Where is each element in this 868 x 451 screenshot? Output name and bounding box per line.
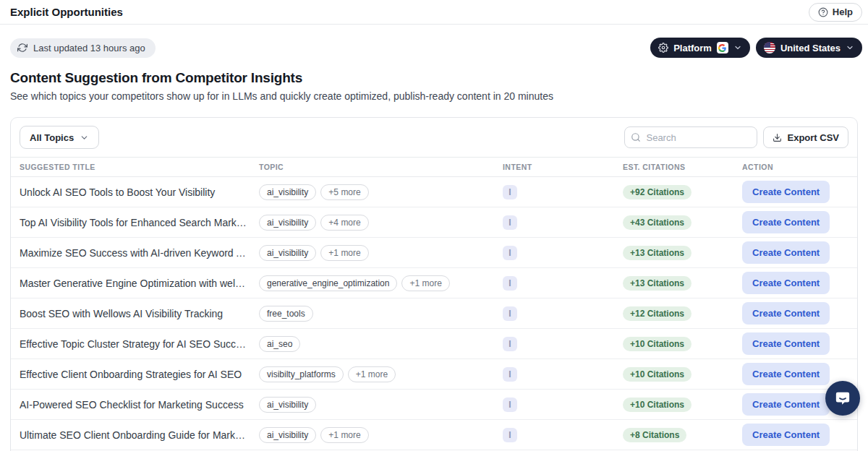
topic-cell: ai_visibility +1 more (259, 427, 503, 443)
column-header-topic: Topic (259, 163, 503, 171)
topic-cell: free_tools (259, 306, 503, 322)
suggested-title: Top AI Visibility Tools for Enhanced Sea… (20, 217, 259, 228)
page-heading: Content Suggestion from Competitor Insig… (10, 70, 858, 102)
citations-badge: +8 Citations (623, 428, 686, 442)
table-row: Top AI Visibility Tools for Enhanced Sea… (11, 207, 857, 238)
suggested-title: AI-Powered SEO Checklist for Marketing S… (20, 399, 259, 411)
top-bar: Explicit Opportunities Help (0, 0, 868, 25)
suggested-title: Master Generative Engine Optimization wi… (20, 278, 259, 289)
create-content-button[interactable]: Create Content (742, 393, 830, 416)
table-row: Maximize SEO Success with AI-driven Keyw… (11, 238, 857, 268)
table-row: Ultimate SEO Client Onboarding Guide for… (11, 420, 857, 450)
topic-more-tag[interactable]: +5 more (320, 184, 368, 200)
topic-tag[interactable]: ai_visibility (259, 184, 316, 200)
topics-filter-dropdown[interactable]: All Topics (20, 126, 99, 149)
topics-filter-label: All Topics (30, 132, 74, 143)
topic-cell: visibilty_platforms +1 more (259, 366, 503, 382)
create-content-button[interactable]: Create Content (742, 241, 830, 264)
topic-tag[interactable]: free_tools (259, 306, 313, 322)
chevron-down-icon (80, 133, 89, 142)
table-row: Boost SEO with Wellows AI Visibility Tra… (11, 298, 857, 329)
topic-tag[interactable]: visibilty_platforms (259, 366, 344, 382)
platform-dropdown[interactable]: Platform (650, 38, 750, 58)
intent-badge: I (503, 367, 517, 382)
table-row: AI-Powered SEO Checklist for Marketing S… (11, 390, 857, 420)
intent-badge: I (503, 398, 517, 412)
intent-badge: I (503, 428, 517, 442)
export-csv-label: Export CSV (787, 132, 839, 143)
help-label: Help (833, 7, 853, 17)
column-header-est-citations: Est. Citations (623, 163, 742, 171)
create-content-button[interactable]: Create Content (742, 363, 830, 385)
help-icon (818, 7, 828, 17)
platform-label: Platform (673, 43, 712, 53)
topic-more-tag[interactable]: +1 more (401, 275, 449, 291)
suggested-title: Boost SEO with Wellows AI Visibility Tra… (20, 308, 259, 319)
google-logo-icon (717, 42, 728, 53)
suggested-title: Effective Client Onboarding Strategies f… (20, 369, 259, 380)
topic-cell: ai_visibility +4 more (259, 215, 503, 231)
last-updated-pill[interactable]: Last updated 13 hours ago (10, 38, 156, 58)
export-csv-button[interactable]: Export CSV (763, 126, 848, 148)
search-input[interactable] (624, 126, 757, 148)
intent-badge: I (503, 185, 517, 199)
topic-tag[interactable]: ai_visibility (259, 397, 316, 413)
controls-row: Last updated 13 hours ago Platform Unite… (10, 38, 862, 58)
create-content-button[interactable]: Create Content (742, 211, 830, 233)
topic-tag[interactable]: ai_visibility (259, 245, 316, 261)
search-box (624, 126, 757, 148)
opportunities-card: All Topics Export CSV Suggested Title To… (10, 117, 858, 451)
topic-cell: generative_engine_optimization +1 more (259, 275, 503, 291)
create-content-button[interactable]: Create Content (742, 332, 830, 355)
citations-badge: +13 Citations (623, 276, 692, 291)
refresh-icon (17, 43, 27, 53)
suggested-title: Maximize SEO Success with AI-driven Keyw… (20, 247, 259, 259)
topic-more-tag[interactable]: +1 more (320, 427, 368, 443)
topic-more-tag[interactable]: +1 more (320, 245, 368, 261)
table-row: Unlock AI SEO Tools to Boost Your Visibi… (11, 177, 857, 207)
app-title: Explicit Opportunities (10, 6, 123, 18)
create-content-button[interactable]: Create Content (742, 181, 830, 203)
intent-badge: I (503, 306, 517, 321)
topic-cell: ai_visibility (259, 397, 503, 413)
citations-badge: +43 Citations (623, 215, 692, 230)
download-icon (773, 133, 782, 142)
citations-badge: +10 Citations (623, 367, 692, 382)
suggested-title: Unlock AI SEO Tools to Boost Your Visibi… (20, 186, 259, 198)
table-row: Effective Topic Cluster Strategy for AI … (11, 329, 857, 359)
table-row: Effective Client Onboarding Strategies f… (11, 359, 857, 390)
region-dropdown[interactable]: United States (756, 38, 862, 58)
column-header-suggested-title: Suggested Title (20, 163, 259, 171)
topic-tag[interactable]: generative_engine_optimization (259, 275, 397, 291)
intent-badge: I (503, 246, 517, 260)
region-label: United States (780, 43, 841, 53)
help-button[interactable]: Help (809, 3, 862, 22)
chat-widget-button[interactable] (825, 381, 860, 416)
page-subtitle: See which topics your competitors show u… (10, 90, 858, 102)
page-title: Content Suggestion from Competitor Insig… (10, 70, 858, 86)
citations-badge: +12 Citations (623, 306, 692, 321)
create-content-button[interactable]: Create Content (742, 302, 830, 325)
us-flag-icon (764, 42, 775, 53)
chat-bubble-icon (835, 390, 851, 406)
topic-tag[interactable]: ai_visibility (259, 215, 316, 231)
chevron-down-icon (846, 43, 854, 52)
citations-badge: +10 Citations (623, 337, 692, 351)
topic-cell: ai_visibility +1 more (259, 245, 503, 261)
topic-more-tag[interactable]: +1 more (348, 366, 396, 382)
chevron-down-icon (733, 43, 742, 52)
intent-badge: I (503, 276, 517, 291)
topic-tag[interactable]: ai_seo (259, 336, 300, 352)
create-content-button[interactable]: Create Content (742, 424, 830, 446)
column-header-action: Action (742, 163, 848, 171)
column-header-intent: Intent (503, 163, 623, 171)
topic-tag[interactable]: ai_visibility (259, 427, 316, 443)
topic-more-tag[interactable]: +4 more (320, 215, 368, 231)
create-content-button[interactable]: Create Content (742, 272, 830, 294)
suggested-title: Ultimate SEO Client Onboarding Guide for… (20, 429, 259, 441)
citations-badge: +10 Citations (623, 398, 692, 412)
suggested-title: Effective Topic Cluster Strategy for AI … (20, 338, 259, 350)
topic-cell: ai_visibility +5 more (259, 184, 503, 200)
search-icon (631, 132, 641, 142)
intent-badge: I (503, 215, 517, 230)
